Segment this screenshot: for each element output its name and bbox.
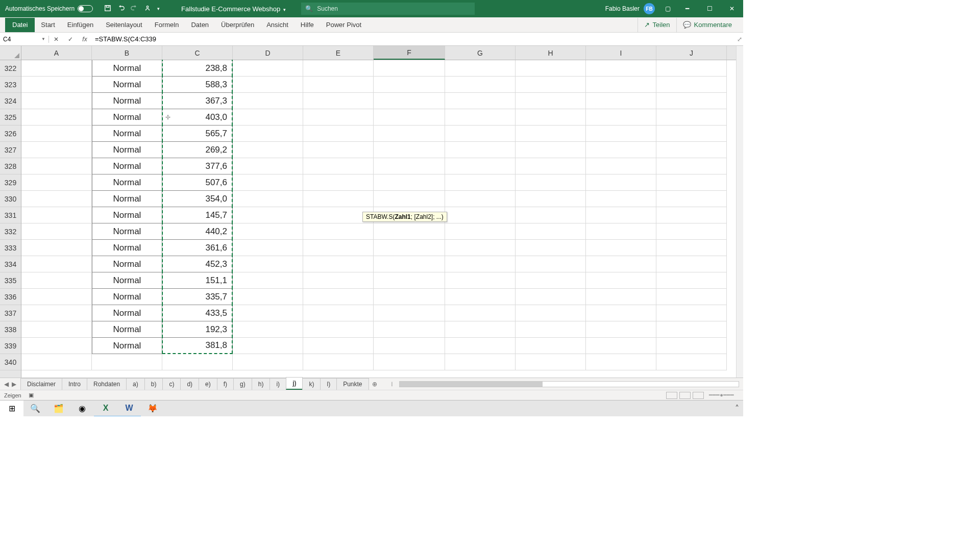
cell[interactable]: 238,8 [162, 60, 233, 77]
cell[interactable] [516, 305, 586, 321]
cell[interactable] [445, 305, 516, 321]
undo-icon[interactable] [117, 5, 125, 13]
cell[interactable] [656, 60, 727, 77]
cell[interactable] [374, 142, 445, 158]
sheet-tab[interactable]: l) [320, 378, 337, 390]
new-sheet-button[interactable]: ⊕ [369, 381, 381, 388]
cell[interactable] [303, 305, 374, 321]
cell[interactable] [233, 126, 303, 142]
cell[interactable] [656, 77, 727, 93]
cell[interactable] [374, 256, 445, 272]
cell[interactable] [233, 354, 303, 370]
cell[interactable] [233, 191, 303, 207]
cell[interactable] [586, 289, 656, 305]
row-header[interactable]: 336 [0, 289, 21, 305]
cell[interactable] [445, 223, 516, 240]
sheet-tab[interactable]: Disclaimer [20, 378, 62, 390]
cell[interactable] [233, 174, 303, 191]
cell[interactable] [586, 191, 656, 207]
cell[interactable] [233, 77, 303, 93]
cell[interactable] [21, 142, 92, 158]
ribbon-tab-überprüfen[interactable]: Überprüfen [215, 18, 260, 32]
start-button[interactable]: ⊞ [0, 400, 23, 417]
cell[interactable] [303, 93, 374, 109]
cell[interactable] [586, 158, 656, 174]
cell[interactable]: 367,3 [162, 93, 233, 109]
cell[interactable] [516, 272, 586, 289]
sheet-tab[interactable]: k) [302, 378, 321, 390]
cell[interactable]: 335,7 [162, 289, 233, 305]
cell[interactable]: 151,1 [162, 272, 233, 289]
chevron-down-icon[interactable]: ▼ [41, 37, 45, 41]
cell[interactable] [303, 60, 374, 77]
cell[interactable] [21, 60, 92, 77]
cell[interactable] [586, 256, 656, 272]
ribbon-tab-daten[interactable]: Daten [185, 18, 215, 32]
cell[interactable] [233, 338, 303, 354]
cell[interactable] [303, 354, 374, 370]
cell[interactable] [586, 321, 656, 338]
cell[interactable] [516, 207, 586, 223]
cell[interactable] [656, 191, 727, 207]
cell[interactable] [303, 142, 374, 158]
cell[interactable] [586, 93, 656, 109]
row-header[interactable]: 322 [0, 60, 21, 77]
cell[interactable] [656, 207, 727, 223]
cell[interactable]: Normal [92, 240, 162, 256]
row-header[interactable]: 340 [0, 354, 21, 370]
cell[interactable] [233, 256, 303, 272]
view-pagebreak-button[interactable] [693, 392, 704, 399]
cell[interactable] [303, 289, 374, 305]
cell[interactable]: Normal [92, 191, 162, 207]
cell[interactable] [21, 126, 92, 142]
cell[interactable] [445, 158, 516, 174]
user-account[interactable]: Fabio Basler FB [600, 3, 660, 14]
cell[interactable]: 440,2 [162, 223, 233, 240]
cell[interactable] [21, 158, 92, 174]
cell[interactable]: Normal [92, 60, 162, 77]
cell[interactable] [516, 142, 586, 158]
cell[interactable] [21, 223, 92, 240]
cell[interactable]: 145,7 [162, 207, 233, 223]
save-icon[interactable] [104, 5, 111, 13]
cell[interactable] [656, 272, 727, 289]
cell[interactable]: Normal [92, 321, 162, 338]
row-header[interactable]: 324 [0, 93, 21, 109]
cell[interactable]: Normal [92, 93, 162, 109]
sheet-tab[interactable]: h) [252, 378, 271, 390]
cell[interactable] [586, 109, 656, 126]
chevron-down-icon[interactable]: ▾ [283, 7, 286, 12]
cell[interactable] [233, 289, 303, 305]
cell[interactable] [233, 207, 303, 223]
system-tray[interactable]: ˄ [731, 404, 743, 413]
cell[interactable] [516, 93, 586, 109]
cell[interactable] [303, 191, 374, 207]
cell[interactable] [21, 93, 92, 109]
worksheet-grid[interactable]: ABCDEFGHIJ 32232332432532632732832933033… [0, 46, 743, 378]
cell[interactable] [445, 256, 516, 272]
cell[interactable] [374, 109, 445, 126]
horizontal-scrollbar[interactable] [399, 381, 740, 387]
cell[interactable] [656, 321, 727, 338]
ribbon-display-icon[interactable]: ▢ [660, 5, 676, 12]
macro-record-icon[interactable]: ▣ [29, 392, 34, 398]
column-header-B[interactable]: B [92, 46, 162, 60]
row-header[interactable]: 330 [0, 191, 21, 207]
cell[interactable] [303, 338, 374, 354]
cell[interactable] [233, 223, 303, 240]
cell[interactable] [516, 321, 586, 338]
cell[interactable] [303, 174, 374, 191]
cell[interactable] [445, 321, 516, 338]
cell[interactable] [21, 240, 92, 256]
cell[interactable] [445, 93, 516, 109]
minimize-button[interactable]: ━ [676, 5, 698, 12]
cell[interactable] [21, 305, 92, 321]
cell[interactable] [656, 223, 727, 240]
cell[interactable] [303, 109, 374, 126]
name-box[interactable]: C4▼ [0, 36, 49, 43]
taskbar-word[interactable]: W [117, 400, 141, 417]
cell[interactable] [303, 126, 374, 142]
ribbon-tab-power pivot[interactable]: Power Pivot [320, 18, 368, 32]
cell[interactable] [374, 305, 445, 321]
cell[interactable] [445, 338, 516, 354]
